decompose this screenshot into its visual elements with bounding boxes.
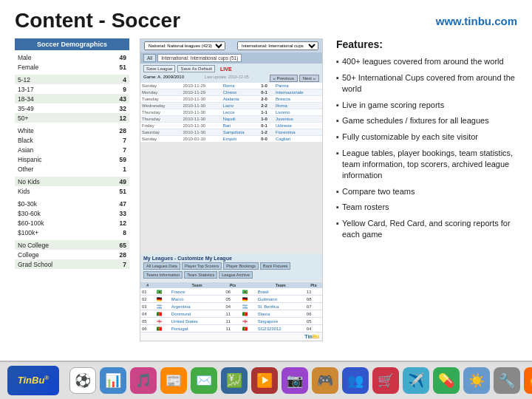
- match-away: Juventus: [274, 116, 322, 123]
- demo-row: College28: [15, 250, 129, 259]
- icon-weather[interactable]: ☀️: [463, 367, 490, 394]
- feature-item: Game schedules / fixtures for all league…: [336, 115, 517, 126]
- standing-flag2: 🏴󠁧󠁢󠁥󠁮󠁧󠁿: [241, 318, 256, 325]
- match-date: 2010-11-30: [182, 96, 222, 103]
- matches-section: Sunday 2010-11-29 Roma 1-0 Parma Monday …: [140, 83, 322, 250]
- mini-tab[interactable]: Team Statistics: [184, 271, 217, 279]
- demo-row: Hispanic59: [15, 154, 129, 164]
- icon-social[interactable]: 👥: [342, 367, 369, 394]
- ss-prev-btn[interactable]: « Previous: [270, 75, 298, 82]
- intl-select[interactable]: International: International cups (51): [237, 41, 318, 50]
- standing-team2: Sl. Benfica: [256, 303, 305, 310]
- match-away: Udinese: [274, 123, 322, 129]
- icon-health[interactable]: 💊: [433, 367, 460, 394]
- icon-soccer[interactable]: ⚽: [69, 367, 96, 394]
- demo-label: 5-12: [15, 75, 102, 84]
- demo-row: Other1: [15, 164, 129, 174]
- match-day: Sunday: [140, 136, 182, 143]
- match-home: Lecce: [222, 109, 260, 116]
- match-row: Wednesday 2010-11-30 Lazio 2-2 Roma: [140, 103, 322, 109]
- demo-value: 43: [102, 94, 129, 103]
- demo-label: Female: [15, 62, 102, 72]
- mini-tab[interactable]: League Archive: [219, 271, 253, 279]
- demo-row: White28: [15, 126, 129, 135]
- icon-more[interactable]: 🔧: [494, 367, 520, 394]
- match-home: Roma: [222, 83, 260, 89]
- ss-tab-all[interactable]: All: [143, 54, 156, 62]
- demo-value: 4: [102, 75, 129, 84]
- match-away: Brescia: [274, 96, 322, 103]
- header: Content - Soccer www.tinbu.com: [0, 0, 532, 38]
- save-default-btn[interactable]: Save As Default: [177, 65, 215, 72]
- ss-next-btn[interactable]: Next »: [299, 75, 319, 82]
- match-score: 1-0: [259, 116, 274, 123]
- demo-row: Asian7: [15, 145, 129, 154]
- icon-chart[interactable]: 📊: [100, 367, 126, 394]
- icon-orange[interactable]: 🍊: [524, 367, 532, 394]
- demo-row: Black7: [15, 135, 129, 145]
- demo-value: 12: [102, 113, 129, 123]
- demo-row: Kids51: [15, 186, 129, 196]
- standing-team1: United States: [170, 318, 225, 325]
- save-league-btn[interactable]: Save League: [143, 65, 175, 72]
- match-score: 2-2: [259, 103, 274, 109]
- mini-tab[interactable]: Player Bookings: [223, 262, 259, 270]
- demo-row: $100k+8: [15, 228, 129, 237]
- standing-pts2: 06: [305, 310, 322, 318]
- match-row: Sunday 2010-01-10 Empoli 0-0 Cagliari: [140, 136, 322, 143]
- standing-team2: Singapore: [256, 318, 305, 325]
- icon-mail[interactable]: ✉️: [191, 367, 217, 394]
- ss-date-bar: Game: A, 2009/2010 Last update: 2010-12-…: [140, 74, 322, 83]
- standing-row: 01 🇧🇷 France 06 🇧🇷 Brasil 11: [140, 288, 322, 296]
- icon-music[interactable]: 🎵: [130, 367, 157, 394]
- standings-section: # Team Pts Team Pts 01 🇧🇷 France 06 🇧�: [140, 281, 322, 332]
- demo-label: $100k+: [15, 228, 102, 237]
- match-row: Monday 2010-11-29 Chievo 0-1 Internazion…: [140, 89, 322, 96]
- standing-flag: 🇩🇪: [155, 296, 170, 303]
- screenshot-panel: National: National leagues (423) Interna…: [140, 38, 323, 341]
- icon-video[interactable]: ▶️: [251, 367, 278, 394]
- standing-pts1: 11: [224, 310, 241, 318]
- icon-photo[interactable]: 📷: [282, 367, 308, 394]
- icon-travel[interactable]: ✈️: [403, 367, 429, 394]
- demo-value: 51: [102, 186, 129, 196]
- match-score: 1-1: [259, 109, 274, 116]
- icon-shop[interactable]: 🛒: [372, 367, 399, 394]
- bottom-bar: TinBu® ⚽📊🎵📰✉️💹▶️📷🎮👥🛒✈️💊☀️🔧🍊: [0, 361, 532, 399]
- demo-value: 49: [102, 177, 129, 186]
- match-date: 2010-11-30: [182, 123, 222, 129]
- demo-label: $0-30k: [15, 199, 102, 208]
- demo-label: 35-49: [15, 103, 102, 113]
- standing-row: 05 🏴󠁧󠁢󠁥󠁮󠁧󠁿 United States 11 🏴󠁧󠁢󠁥󠁮󠁧󠁿 Sing…: [140, 318, 322, 325]
- page-container: Content - Soccer www.tinbu.com Soccer De…: [0, 0, 532, 399]
- match-home: Bari: [222, 123, 260, 129]
- standing-pts2: 04: [305, 325, 322, 332]
- mini-tab[interactable]: All Leagues Data: [143, 262, 180, 270]
- icon-game[interactable]: 🎮: [312, 367, 338, 394]
- feature-item: Compare two teams: [336, 186, 517, 197]
- mini-tab[interactable]: Player Top Scorers: [182, 262, 222, 270]
- mini-tab[interactable]: Teams Information: [143, 271, 183, 279]
- icon-news[interactable]: 📰: [160, 367, 187, 394]
- standing-flag: 🇧🇷: [155, 288, 170, 296]
- icon-finance[interactable]: 💹: [221, 367, 248, 394]
- demo-value: 12: [102, 218, 129, 228]
- match-date: 2010-11-30: [182, 116, 222, 123]
- match-date: 2010-11-30: [182, 109, 222, 116]
- ss-tab-international[interactable]: International: International cups (51): [157, 54, 242, 62]
- tinbu-logo: TinBu®: [7, 366, 59, 395]
- match-row: Sunday 2010-11-29 Roma 1-0 Parma: [140, 83, 322, 89]
- standing-pts1: 11: [224, 318, 241, 325]
- ss-date: Game: A, 2009/2010: [143, 75, 184, 82]
- demo-value: 8: [102, 228, 129, 237]
- feature-item: Fully customizable by each site visitor: [336, 132, 517, 143]
- feature-item: Team rosters: [336, 202, 517, 213]
- standing-team2: Brasil: [256, 288, 305, 296]
- match-away: Parma: [274, 83, 322, 89]
- match-row: Thursday 2010-11-30 Lecce 1-1 Livorno: [140, 109, 322, 116]
- standing-rank: 05: [140, 318, 155, 325]
- demo-value: 59: [102, 154, 129, 164]
- demo-row: 18-3443: [15, 94, 129, 103]
- league-select[interactable]: National: National leagues (423): [144, 41, 225, 50]
- mini-tab[interactable]: Back Fixtures: [260, 262, 290, 270]
